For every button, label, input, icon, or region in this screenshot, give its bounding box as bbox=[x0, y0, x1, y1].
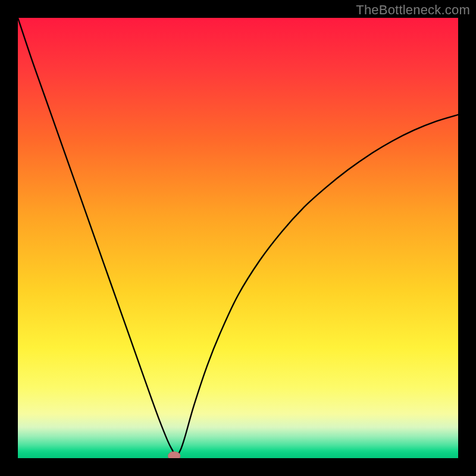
optimal-point-marker bbox=[168, 452, 180, 458]
chart-svg bbox=[18, 18, 458, 458]
chart-plot-area bbox=[18, 18, 458, 458]
bottleneck-curve bbox=[18, 18, 458, 456]
watermark-text: TheBottleneck.com bbox=[356, 2, 470, 18]
chart-frame: TheBottleneck.com bbox=[0, 0, 476, 476]
